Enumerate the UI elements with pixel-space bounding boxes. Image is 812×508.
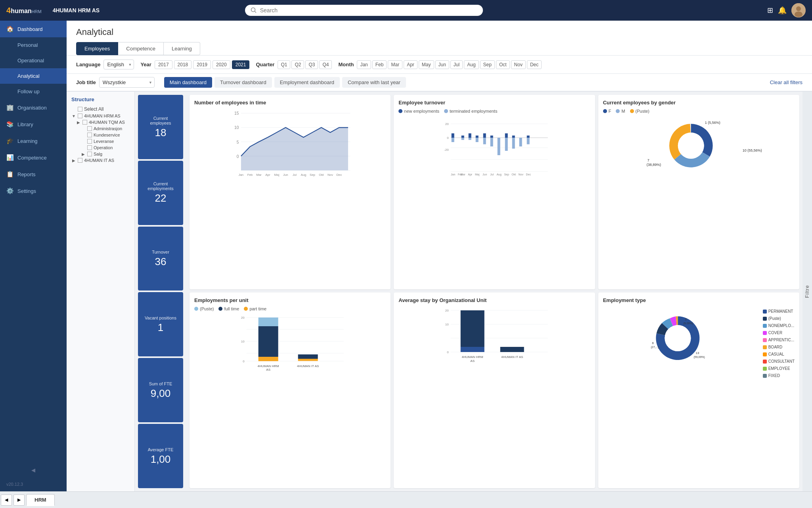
legend-parttime: part time <box>244 306 266 311</box>
m-btn-may[interactable]: May <box>419 60 434 69</box>
tab-learning[interactable]: Learning <box>164 42 200 55</box>
tree-administrasjon[interactable]: Administrasjon <box>81 125 130 132</box>
main-layout: 🏠 Dashboard Personal Operational Analyti… <box>0 21 812 491</box>
filters-bar2: Job title Wszystkie Main dashboard Turno… <box>67 74 812 92</box>
sidebar-label-operational: Operational <box>17 58 44 64</box>
chart-title-gender: Current employees by gender <box>603 100 795 106</box>
tree-leveranse[interactable]: Leveranse <box>81 138 130 144</box>
reports-icon: 📋 <box>6 171 13 178</box>
sidebar-item-reports[interactable]: 📋 Reports <box>0 166 67 183</box>
tree-4human-hrm[interactable]: ▼ 4HUMAN HRM AS <box>71 113 130 119</box>
sidebar-item-competence[interactable]: 📊 Competence <box>0 149 67 166</box>
svg-rect-82 <box>259 326 278 357</box>
sidebar-item-settings[interactable]: ⚙️ Settings <box>0 183 67 199</box>
sidebar-item-analytical[interactable]: Analytical <box>0 68 67 84</box>
m-btn-oct[interactable]: Oct <box>496 60 510 69</box>
turnover-dashboard-btn[interactable]: Turnover dashboard <box>214 77 272 88</box>
kpi-vacant: Vacant positions 1 <box>138 292 183 356</box>
tree-salg[interactable]: ▶ Salg <box>81 151 130 157</box>
search-bar[interactable] <box>245 5 483 16</box>
m-btn-feb[interactable]: Feb <box>372 60 387 69</box>
q-btn-q2[interactable]: Q2 <box>291 60 304 69</box>
tree-4human-it[interactable]: ▶ 4HUMAN IT AS <box>71 157 130 164</box>
year-btn-2020[interactable]: 2020 <box>213 60 230 69</box>
avatar[interactable] <box>791 3 806 17</box>
emp-type-content: 6 (27,...) 13 (59,09%) 2 (9,09%) PERMANE… <box>603 306 795 379</box>
kpi-value-4: 9,00 <box>143 388 178 399</box>
svg-text:10: 10 <box>241 340 245 343</box>
sidebar-item-dashboard[interactable]: 🏠 Dashboard <box>0 21 67 37</box>
tree-4human-tqm[interactable]: ▶ 4HUMAN TQM AS <box>76 119 130 125</box>
tree-operation[interactable]: Operation <box>81 144 130 151</box>
bottom-nav-prev[interactable]: ◀ <box>1 495 12 506</box>
m-btn-sep[interactable]: Sep <box>480 60 495 69</box>
m-btn-mar[interactable]: Mar <box>388 60 402 69</box>
sidebar-label-learning: Learning <box>17 138 38 144</box>
language-filter: Language English <box>76 60 134 69</box>
kpi-value-2: 36 <box>143 256 178 267</box>
logo-4: 4 <box>6 6 11 15</box>
chart-employee-turnover: Employee turnover new employments termin… <box>394 95 595 289</box>
m-btn-jun[interactable]: Jun <box>435 60 449 69</box>
m-btn-dec[interactable]: Dec <box>527 60 542 69</box>
sidebar-item-learning[interactable]: 🎓 Learning <box>0 133 67 149</box>
m-btn-jul[interactable]: Jul <box>450 60 463 69</box>
tab-competence[interactable]: Competence <box>118 42 164 55</box>
svg-point-0 <box>251 8 255 12</box>
svg-rect-36 <box>452 133 454 138</box>
svg-text:10: 10 <box>445 323 449 326</box>
svg-text:0: 0 <box>447 136 449 140</box>
home-icon: 🏠 <box>6 25 13 33</box>
chart-employees-in-time: Number of employees in time 15 10 <box>190 95 391 289</box>
compare-lastyear-btn[interactable]: Compare with last year <box>342 77 406 88</box>
grid-icon[interactable]: ⊞ <box>767 6 773 15</box>
filtre-label[interactable]: Filtre <box>804 285 810 298</box>
year-buttons: 2017 2018 2019 2020 2021 <box>155 60 250 69</box>
bell-icon[interactable]: 🔔 <box>778 6 787 15</box>
tree-kundeservice[interactable]: Kundeservice <box>81 132 130 138</box>
year-btn-2019[interactable]: 2019 <box>193 60 211 69</box>
svg-text:Nov: Nov <box>519 173 524 176</box>
search-input[interactable] <box>260 7 477 13</box>
language-select[interactable]: English <box>103 60 134 69</box>
tree-select-all[interactable]: Select All <box>71 106 130 113</box>
jobtitle-select[interactable]: Wszystkie <box>99 77 155 88</box>
sidebar-item-organisation[interactable]: 🏢 Organisation <box>0 99 67 116</box>
year-btn-2018[interactable]: 2018 <box>174 60 192 69</box>
year-btn-2021[interactable]: 2021 <box>232 60 250 69</box>
sidebar-collapse-btn[interactable]: ◀ <box>0 463 67 477</box>
svg-rect-51 <box>512 136 515 138</box>
m-btn-apr[interactable]: Apr <box>404 60 417 69</box>
sidebar-item-library[interactable]: 📚 Library <box>0 116 67 133</box>
sidebar-item-operational[interactable]: Operational <box>0 53 67 68</box>
bottom-tab-hrm[interactable]: HRM <box>26 494 55 506</box>
bottom-nav-next[interactable]: ▶ <box>13 495 25 506</box>
m-btn-jan[interactable]: Jan <box>357 60 371 69</box>
svg-text:Feb: Feb <box>247 173 253 177</box>
svg-point-102 <box>665 325 691 351</box>
svg-point-4 <box>795 12 802 17</box>
learning-icon: 🎓 <box>6 137 13 144</box>
svg-text:AS: AS <box>471 359 475 363</box>
svg-text:Okt: Okt <box>319 173 324 177</box>
m-btn-aug[interactable]: Aug <box>464 60 479 69</box>
q-btn-q1[interactable]: Q1 <box>278 60 290 69</box>
q-btn-q3[interactable]: Q3 <box>305 60 318 69</box>
svg-rect-38 <box>462 136 464 138</box>
q-btn-q4[interactable]: Q4 <box>319 60 332 69</box>
year-label: Year <box>140 62 151 67</box>
sidebar-item-followup[interactable]: Follow up <box>0 84 67 99</box>
year-btn-2017[interactable]: 2017 <box>155 60 172 69</box>
svg-rect-84 <box>298 354 318 359</box>
svg-text:(59,09%): (59,09%) <box>693 356 705 359</box>
m-btn-nov[interactable]: Nov <box>511 60 526 69</box>
svg-point-3 <box>796 6 801 11</box>
employment-dashboard-btn[interactable]: Employment dashboard <box>274 77 340 88</box>
main-dashboard-btn[interactable]: Main dashboard <box>164 77 212 88</box>
sidebar-item-personal[interactable]: Personal <box>0 37 67 53</box>
logo-human: human <box>11 8 31 15</box>
clear-filters-btn[interactable]: Clear all filters <box>770 79 802 85</box>
sidebar-label-library: Library <box>17 121 33 127</box>
tab-employees[interactable]: Employees <box>76 42 118 55</box>
charts-area: Number of employees in time 15 10 <box>186 92 802 491</box>
